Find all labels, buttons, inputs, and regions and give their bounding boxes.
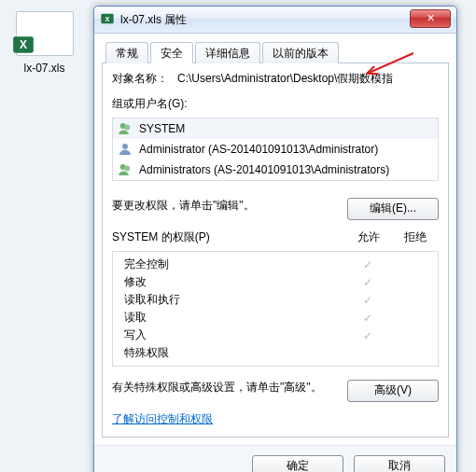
perm-special: 特殊权限 (124, 345, 344, 361)
advanced-note: 有关特殊权限或高级设置，请单击"高级"。 (112, 380, 347, 396)
perm-readexec: 读取和执行 (124, 292, 344, 308)
svg-point-5 (124, 125, 130, 131)
user-administrators[interactable]: Administrators (AS-201401091013\Administ… (113, 160, 438, 180)
excel-icon: X (100, 11, 115, 29)
permissions-header: SYSTEM 的权限(P) (112, 229, 345, 245)
tab-security[interactable]: 安全 (150, 42, 193, 63)
group-users-label: 组或用户名(G): (112, 96, 439, 112)
deny-header: 拒绝 (392, 229, 439, 245)
check-icon: ✓ (344, 312, 391, 325)
desktop-file-label: lx-07.xls (9, 62, 79, 75)
group-users-list[interactable]: SYSTEM Administrator (AS-201401091013\Ad… (112, 118, 439, 181)
perm-full: 完全控制 (124, 257, 344, 272)
check-icon: ✓ (344, 276, 391, 289)
close-button[interactable]: ✕ (410, 9, 451, 28)
edit-button[interactable]: 编辑(E)... (347, 198, 439, 220)
check-icon: ✓ (344, 258, 391, 271)
tab-strip: 常规 安全 详细信息 以前的版本 (102, 41, 449, 63)
edit-note: 要更改权限，请单击"编辑"。 (112, 199, 255, 212)
ok-button[interactable]: 确定 (252, 455, 343, 472)
check-icon: ✓ (344, 329, 391, 342)
properties-dialog: X lx-07.xls 属性 ✕ 常规 安全 详细信息 以前的版本 对象名称： … (93, 6, 457, 472)
svg-point-6 (122, 144, 128, 149)
dialog-title: lx-07.xls 属性 (120, 12, 187, 28)
object-path: C:\Users\Administrator\Desktop\假期数模指 (177, 71, 439, 87)
dialog-footer: 确定 取消 (94, 445, 456, 472)
perm-write: 写入 (124, 327, 344, 343)
tab-previous[interactable]: 以前的版本 (262, 42, 339, 63)
cancel-button[interactable]: 取消 (354, 455, 445, 472)
desktop-file-icon[interactable]: X lx-07.xls (9, 11, 79, 75)
object-name-label: 对象名称： (112, 71, 177, 87)
tab-details[interactable]: 详细信息 (195, 42, 260, 63)
security-panel: 对象名称： C:\Users\Administrator\Desktop\假期数… (102, 63, 449, 437)
allow-header: 允许 (345, 229, 392, 245)
learn-link[interactable]: 了解访问控制和权限 (112, 411, 213, 427)
svg-point-8 (124, 166, 130, 172)
user-administrator[interactable]: Administrator (AS-201401091013\Administr… (113, 139, 438, 160)
advanced-button[interactable]: 高级(V) (347, 380, 439, 402)
tab-general[interactable]: 常规 (105, 42, 148, 63)
excel-thumbnail: X (16, 11, 74, 56)
user-system[interactable]: SYSTEM (113, 118, 438, 139)
svg-text:X: X (105, 14, 110, 22)
svg-text:X: X (20, 38, 27, 51)
permissions-grid: 完全控制✓ 修改✓ 读取和执行✓ 读取✓ 写入✓ 特殊权限 (112, 251, 439, 367)
check-icon: ✓ (344, 294, 391, 307)
perm-read: 读取 (124, 310, 344, 326)
titlebar[interactable]: X lx-07.xls 属性 ✕ (94, 7, 456, 34)
perm-modify: 修改 (124, 274, 344, 290)
